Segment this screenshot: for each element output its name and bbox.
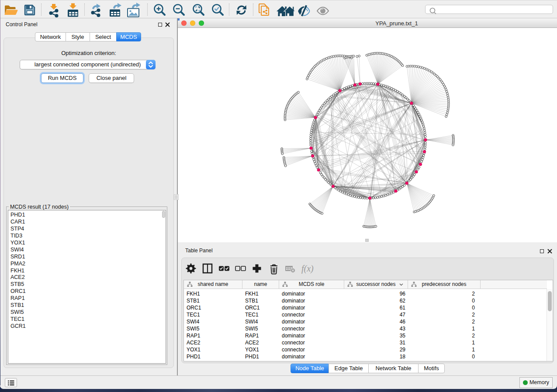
svg-text:f(x): f(x) — [301, 264, 314, 274]
